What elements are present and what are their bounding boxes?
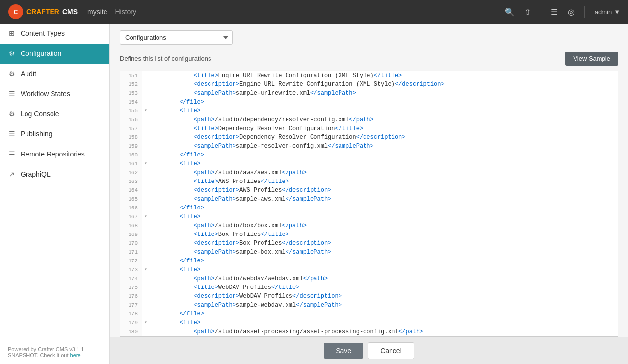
line-number: 169 [120,230,142,239]
code-line: 180 <path>/studio/asset-processing/asset… [120,327,618,336]
line-number: 166 [120,204,142,212]
code-line: 160 </file> [120,151,618,159]
line-content: <path>/studio/aws/aws.xml</path> [149,168,307,177]
code-line: 178 </file> [120,310,618,318]
line-arrow [142,221,149,230]
sidebar-item-label: Remote Repositories [21,150,85,158]
line-arrow [142,257,149,265]
code-line: 177 <samplePath>sample-webdav.xml</sampl… [120,301,618,310]
line-arrow [142,89,149,98]
line-arrow [142,142,149,151]
line-content: </file> [149,204,204,212]
sidebar-item-workflow-states[interactable]: ☰ Workflow States [0,84,109,104]
line-content: <description>Box Profiles</description> [149,239,331,248]
help-icon[interactable]: ◎ [568,7,575,17]
code-line: 173▾ <file> [120,265,618,274]
line-arrow[interactable]: ▾ [142,106,149,115]
main-layout: ⊞ Content Types ⚙ Configuration ⚙ Audit … [0,24,628,364]
line-arrow [142,124,149,133]
sidebar-item-label: Configuration [21,50,61,57]
line-number: 153 [120,89,142,98]
line-arrow[interactable]: ▾ [142,265,149,274]
code-line: 176 <description>WebDAV Profiles</descri… [120,292,618,301]
line-content: <path>/studio/asset-processing/asset-pro… [149,327,423,336]
line-content: <file> [149,318,201,327]
sidebar-item-configuration[interactable]: ⚙ Configuration [0,44,109,64]
line-content: <path>/studio/webdav/webdav.xml</path> [149,274,328,283]
search-icon[interactable]: 🔍 [505,7,515,17]
line-number: 180 [120,327,142,336]
log-console-icon: ⚙ [8,110,16,118]
upload-icon[interactable]: ⇧ [524,7,531,17]
code-line: 158 <description>Dependency Resolver Con… [120,133,618,142]
config-dropdown[interactable]: Configurations [120,30,233,45]
editor-wrapper: 151 <title>Engine URL Rewrite Configurat… [120,71,618,337]
line-number: 176 [120,292,142,301]
configuration-icon: ⚙ [8,50,16,57]
admin-button[interactable]: admin ▼ [595,8,620,16]
content-types-icon: ⊞ [8,29,16,37]
line-number: 154 [120,98,142,106]
line-arrow[interactable]: ▾ [142,318,149,327]
line-arrow [142,274,149,283]
line-number: 172 [120,257,142,265]
topbar-divider2 [584,6,585,18]
line-content: <title>Box Profiles</title> [149,230,289,239]
code-line: 157 <title>Dependency Resolver Configura… [120,124,618,133]
line-arrow [142,248,149,257]
cancel-button[interactable]: Cancel [368,342,414,359]
sidebar-nav: ⊞ Content Types ⚙ Configuration ⚙ Audit … [0,24,109,340]
line-number: 155 [120,106,142,115]
menu-icon[interactable]: ☰ [551,7,558,17]
content-area: Configurations Defines this list of conf… [110,24,628,364]
svg-text:C: C [14,9,18,16]
save-button[interactable]: Save [324,343,363,359]
sidebar-item-remote-repositories[interactable]: ☰ Remote Repositories [0,144,109,164]
line-content: <file> [149,212,201,221]
line-arrow [142,98,149,106]
sidebar-footer-link[interactable]: here [70,352,81,358]
history-label: History [115,8,136,16]
line-content: <title>Engine URL Rewrite Configuration … [149,71,402,80]
line-number: 168 [120,221,142,230]
code-line: 164 <description>AWS Profiles</descripti… [120,186,618,195]
sidebar-item-log-console[interactable]: ⚙ Log Console [0,104,109,124]
line-content: <samplePath>sample-resolver-config.xml</… [149,142,374,151]
line-content: <title>AWS Profiles</title> [149,177,289,186]
sidebar-item-audit[interactable]: ⚙ Audit [0,64,109,84]
graphiql-icon: ↗ [8,170,16,178]
line-content: <description>AWS Profiles</description> [149,186,331,195]
sidebar-item-content-types[interactable]: ⊞ Content Types [0,24,109,44]
line-arrow[interactable]: ▾ [142,212,149,221]
line-content: <samplePath>sample-urlrewrite.xml</sampl… [149,89,356,98]
code-editor[interactable]: 151 <title>Engine URL Rewrite Configurat… [120,71,618,336]
content-header: Configurations [110,24,628,52]
line-content: <path>/studio/box/box.xml</path> [149,221,307,230]
sidebar-item-publishing[interactable]: ☰ Publishing [0,124,109,144]
code-line: 166 </file> [120,204,618,212]
code-line: 172 </file> [120,257,618,265]
code-line: 153 <samplePath>sample-urlrewrite.xml</s… [120,89,618,98]
line-content: </file> [149,98,204,106]
view-sample-button[interactable]: View Sample [565,52,618,66]
sidebar-item-label: Publishing [21,130,52,138]
line-arrow [142,301,149,310]
sidebar-item-graphiql[interactable]: ↗ GraphiQL [0,164,109,184]
line-content: <file> [149,265,201,274]
line-number: 163 [120,177,142,186]
logo-crafter-text: CRAFTER [26,8,59,16]
code-line: 151 <title>Engine URL Rewrite Configurat… [120,71,618,80]
line-arrow [142,283,149,292]
line-arrow[interactable]: ▾ [142,159,149,168]
code-line: 175 <title>WebDAV Profiles</title> [120,283,618,292]
line-number: 171 [120,248,142,257]
line-content: <title>WebDAV Profiles</title> [149,283,299,292]
line-number: 167 [120,212,142,221]
code-line: 152 <description>Engine URL Rewrite Conf… [120,80,618,89]
line-arrow [142,327,149,336]
line-arrow [142,151,149,159]
line-content: <path>/studio/dependency/resolver-config… [149,115,374,124]
sidebar-item-label: Audit [21,70,36,78]
line-number: 177 [120,301,142,310]
line-content: <description>Dependency Resolver Configu… [149,133,406,142]
